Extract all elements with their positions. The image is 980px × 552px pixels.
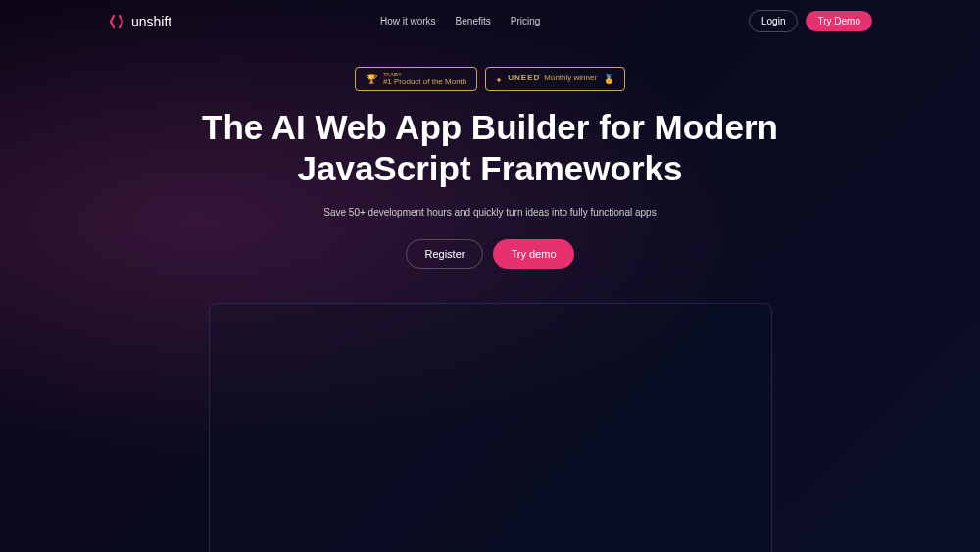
try-demo-hero-button[interactable]: Try demo	[493, 239, 573, 269]
nav-benefits[interactable]: Benefits	[456, 16, 491, 26]
demo-video-area[interactable]	[209, 303, 772, 552]
login-button[interactable]: Login	[749, 10, 798, 32]
register-button[interactable]: Register	[406, 239, 483, 269]
badge-title: Monthly winner	[544, 75, 597, 83]
badge-brand: UNEED	[508, 75, 540, 83]
medal-icon: 🏅	[603, 74, 614, 84]
try-demo-header-button[interactable]: Try Demo	[806, 11, 872, 31]
badge-product-month[interactable]: 🏆 TAABY #1 Product of the Month	[355, 67, 477, 91]
logo-icon	[108, 13, 125, 30]
header-actions: Login Try Demo	[749, 10, 872, 32]
hero-section: 🏆 TAABY #1 Product of the Month ⬥ UNEED …	[0, 42, 980, 552]
main-nav: How it works Benefits Pricing	[380, 16, 540, 26]
logo-text: unshift	[131, 14, 172, 29]
nav-how-it-works[interactable]: How it works	[380, 16, 436, 26]
hero-title: The AI Web App Builder for Modern JavaSc…	[196, 107, 784, 189]
nav-pricing[interactable]: Pricing	[511, 16, 541, 26]
badge-monthly-winner[interactable]: ⬥ UNEED Monthly winner 🏅	[485, 67, 625, 91]
trophy-icon: 🏆	[366, 74, 377, 84]
award-badges: 🏆 TAABY #1 Product of the Month ⬥ UNEED …	[355, 67, 625, 91]
hero-actions: Register Try demo	[406, 239, 573, 269]
logo[interactable]: unshift	[108, 13, 172, 30]
bolt-icon: ⬥	[496, 74, 502, 84]
badge-title: #1 Product of the Month	[383, 78, 466, 87]
hero-subtitle: Save 50+ development hours and quickly t…	[323, 207, 656, 218]
